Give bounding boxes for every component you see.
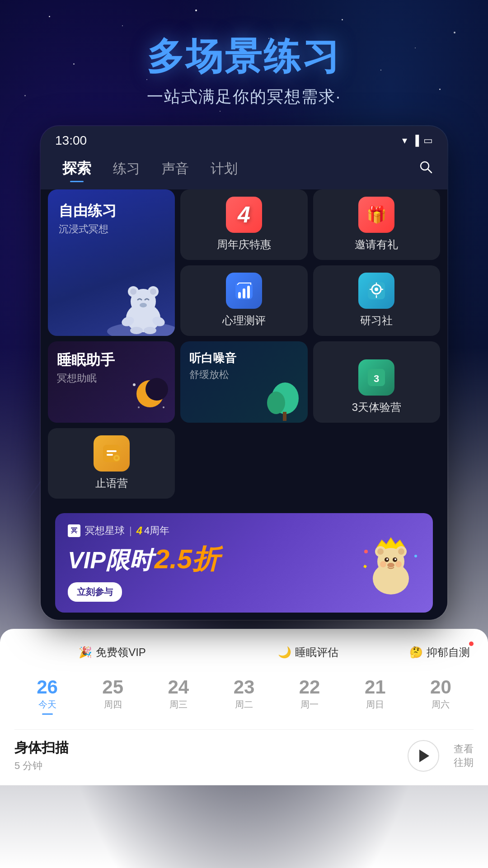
sleep-action-label: 睡眠评估 (295, 645, 338, 660)
svg-point-23 (133, 383, 136, 386)
view-history-line2: 往期 (454, 756, 474, 769)
anniversary-icon: 4 (226, 197, 262, 233)
tab-explore[interactable]: 探索 (52, 155, 102, 182)
depression-action-label: 抑郁自测 (427, 645, 470, 660)
date-item-23[interactable]: 23 周二 (211, 678, 277, 715)
svg-point-9 (140, 303, 147, 307)
play-button[interactable] (408, 740, 439, 772)
date-item-22[interactable]: 22 周一 (277, 678, 343, 715)
vip-bear-illustration (352, 529, 420, 597)
hero-title: 多场景练习 (147, 36, 341, 77)
card-sleep[interactable]: 睡眠助手 冥想助眠 (48, 341, 175, 423)
vip-banner-left: 冥 冥想星球 | 4 4周年 VIP限时 2.5折 立刻参与 (68, 524, 352, 602)
card-camp[interactable]: 3 3天体验营 (313, 341, 440, 423)
svg-point-42 (377, 548, 384, 555)
date-item-24[interactable]: 24 周三 (145, 678, 211, 715)
svg-point-7 (130, 288, 136, 295)
hero-subtitle: 一站式满足你的冥想需求· (147, 86, 341, 108)
card-noise[interactable]: 听白噪音 舒缓放松 (180, 341, 307, 423)
depression-emoji-icon: 🤔 (409, 646, 423, 659)
card-psych[interactable]: 心理测评 (180, 265, 307, 336)
date-number-22: 22 (299, 678, 320, 697)
card-anniversary[interactable]: 4 周年庆特惠 (180, 189, 307, 260)
body-scan-duration: 5 分钟 (14, 759, 408, 773)
svg-point-49 (380, 561, 386, 567)
free-practice-subtitle: 沉浸式冥想 (59, 222, 164, 236)
status-bar: 13:00 ▾ ▐ ▭ (41, 126, 447, 151)
svg-point-51 (364, 550, 368, 553)
date-day-24: 周三 (169, 698, 188, 711)
wifi-icon: ▾ (402, 135, 407, 146)
bear-illustration (107, 273, 175, 336)
phone-mockup: 13:00 ▾ ▐ ▭ 探索 练习 声音 计划 (41, 126, 447, 620)
sleep-title: 睡眠助手 (57, 351, 166, 368)
date-number-today: 26 (37, 678, 58, 697)
vip-brand-name: 冥想星球 (85, 524, 125, 538)
study-icon (358, 273, 394, 309)
svg-rect-33 (107, 454, 113, 456)
vip-cta-button[interactable]: 立刻参与 (68, 582, 122, 602)
svg-point-20 (375, 288, 378, 291)
moon-illustration (125, 376, 170, 423)
psych-label: 心理测评 (222, 313, 266, 328)
svg-line-1 (428, 169, 432, 173)
camp-label: 3天体验营 (352, 400, 401, 415)
date-today-indicator (42, 713, 53, 715)
tab-practice[interactable]: 练习 (102, 156, 151, 182)
invite-icon: 🎁 (358, 197, 394, 233)
quick-action-sleep[interactable]: 🌙 睡眠评估 (210, 642, 406, 663)
svg-point-46 (386, 558, 388, 560)
card-silence[interactable]: 止语营 (48, 428, 175, 499)
sleep-emoji-icon: 🌙 (278, 646, 291, 659)
silence-icon (94, 435, 130, 472)
white-section: 🎉 免费领VIP 🌙 睡眠评估 🤔 抑郁自测 26 今天 (0, 629, 488, 785)
vip-banner[interactable]: 冥 冥想星球 | 4 4周年 VIP限时 2.5折 立刻参与 (55, 513, 433, 613)
date-number-24: 24 (168, 678, 189, 697)
search-icon[interactable] (415, 156, 436, 181)
quick-action-depression-wrapper: 🤔 抑郁自测 (406, 642, 474, 663)
psych-icon (226, 273, 262, 309)
body-scan-section: 身体扫描 5 分钟 查看 往期 (14, 729, 474, 773)
invite-label: 邀请有礼 (355, 237, 398, 252)
vip-banner-tag: 冥 冥想星球 | 4 4周年 (68, 524, 352, 538)
vip-offer-text: VIP限时 2.5折 (68, 541, 352, 578)
svg-marker-36 (377, 538, 404, 547)
view-history-button[interactable]: 查看 往期 (454, 742, 474, 769)
card-invite[interactable]: 🎁 邀请有礼 (313, 189, 440, 260)
svg-rect-15 (238, 292, 241, 298)
play-icon (419, 750, 429, 762)
date-item-21[interactable]: 21 周日 (343, 678, 408, 715)
card-study[interactable]: 研习社 (313, 265, 440, 336)
svg-point-52 (414, 555, 417, 557)
body-scan-left: 身体扫描 5 分钟 (14, 739, 408, 773)
vip-emoji-icon: 🎉 (79, 646, 92, 659)
quick-actions: 🎉 免费领VIP 🌙 睡眠评估 🤔 抑郁自测 (14, 642, 474, 663)
battery-icon: ▭ (423, 135, 433, 146)
svg-rect-32 (107, 450, 117, 452)
status-time: 13:00 (55, 133, 87, 148)
quick-action-depression[interactable]: 🤔 抑郁自测 (406, 642, 474, 663)
card-free-practice[interactable]: 自由练习 沉浸式冥想 (48, 189, 175, 336)
tab-sound[interactable]: 声音 (151, 156, 200, 182)
date-day-21: 周日 (366, 698, 384, 711)
date-day-today: 今天 (38, 698, 56, 711)
noise-title: 听白噪音 (189, 351, 298, 365)
nav-tabs: 探索 练习 声音 计划 (41, 151, 447, 189)
date-item-20[interactable]: 20 周六 (408, 678, 474, 715)
quick-action-vip[interactable]: 🎉 免费领VIP (14, 642, 210, 663)
tab-plan[interactable]: 计划 (200, 156, 249, 182)
svg-point-50 (395, 561, 402, 567)
view-history-line1: 查看 (454, 742, 474, 756)
svg-rect-53 (363, 565, 367, 568)
date-number-20: 20 (430, 678, 451, 697)
svg-point-27 (267, 392, 285, 414)
vip-brand-icon: 冥 (68, 524, 80, 537)
date-item-25[interactable]: 25 周四 (80, 678, 145, 715)
date-number-25: 25 (102, 678, 123, 697)
date-number-23: 23 (234, 678, 255, 697)
status-icons: ▾ ▐ ▭ (402, 135, 433, 146)
svg-point-47 (394, 558, 396, 560)
camp-icon: 3 (358, 359, 394, 396)
date-day-20: 周六 (432, 698, 450, 711)
date-item-today[interactable]: 26 今天 (14, 678, 80, 715)
